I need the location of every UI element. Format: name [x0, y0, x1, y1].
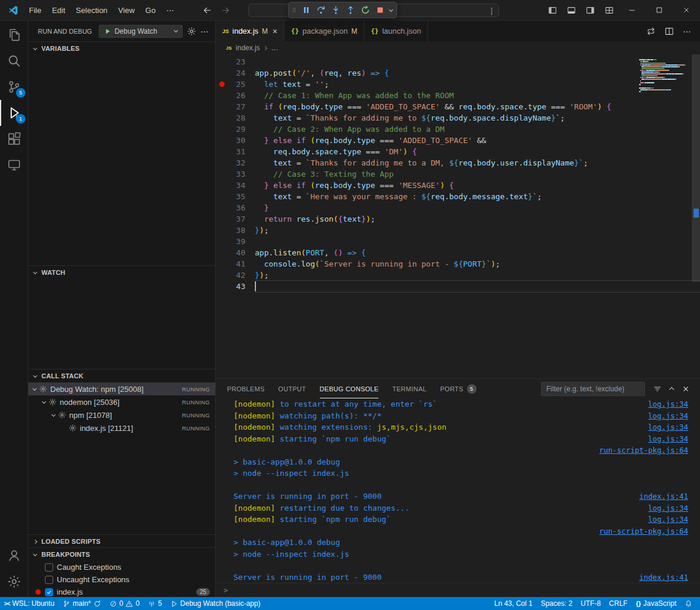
status-git-branch[interactable]: main* [59, 597, 105, 610]
activity-accounts[interactable] [0, 543, 28, 569]
gutter-line[interactable]: 30 [216, 135, 255, 146]
gutter-line[interactable]: 25 [216, 79, 255, 90]
activity-explorer[interactable] [0, 22, 28, 48]
activity-search[interactable] [0, 48, 28, 74]
start-debug-icon[interactable] [104, 28, 111, 35]
gutter-line[interactable]: 35 [216, 191, 255, 202]
drag-handle-icon[interactable] [290, 6, 298, 14]
source-link[interactable]: log.js:34 [648, 434, 688, 443]
split-editor-icon[interactable] [665, 27, 674, 36]
source-link[interactable]: log.js:34 [648, 423, 688, 431]
activity-settings[interactable] [0, 569, 28, 595]
tab-package.json[interactable]: {}package.jsonM [284, 21, 364, 41]
panel-tab-ports[interactable]: PORTS5 [440, 379, 476, 398]
minimap[interactable] [639, 54, 692, 378]
breakpoint-checkbox[interactable] [45, 563, 53, 572]
status-problems[interactable]: 00 [105, 597, 144, 610]
breakpoint-item[interactable]: Caught Exceptions [28, 561, 215, 573]
open-changes-icon[interactable] [646, 27, 656, 36]
expand-chevron-icon[interactable] [33, 386, 37, 390]
restart-button[interactable] [358, 3, 372, 17]
gutter-line[interactable]: 32 [216, 157, 255, 168]
breakpoints-header[interactable]: BREAKPOINTS [28, 548, 215, 561]
tab-launch.json[interactable]: {}launch.json [364, 21, 428, 41]
source-link[interactable]: log.js:34 [648, 411, 688, 420]
source-link[interactable]: run-script-pkg.js:64 [599, 446, 688, 455]
stop-dropdown-chevron-icon[interactable] [390, 9, 393, 11]
maximize-panel-icon[interactable] [669, 387, 674, 392]
go-back-icon[interactable] [203, 6, 212, 15]
gutter-line[interactable]: 26 [216, 90, 255, 101]
maximize-button[interactable] [646, 0, 673, 20]
console-filter-input[interactable] [541, 382, 645, 396]
breakpoint-dot[interactable] [219, 82, 225, 87]
source-link[interactable]: run-script-pkg.js:64 [599, 527, 688, 536]
gutter-line[interactable]: 23 [216, 56, 255, 67]
panel-tab-problems[interactable]: PROBLEMS [227, 379, 265, 398]
gutter-line[interactable]: 24 [216, 67, 255, 79]
gutter-line[interactable]: 33 [216, 168, 255, 180]
editor-more-actions[interactable]: ⋯ [683, 27, 692, 36]
source-link[interactable]: log.js:34 [648, 504, 688, 512]
variables-header[interactable]: VARIABLES [28, 42, 215, 55]
editor-scrollbar[interactable] [692, 54, 700, 378]
console-input[interactable]: > [216, 583, 700, 597]
breadcrumb[interactable]: JS index.js … [216, 41, 700, 54]
close-panel-icon[interactable] [681, 384, 691, 394]
menu-go[interactable]: Go [140, 0, 161, 20]
status-forwarded-ports[interactable]: 5 [144, 597, 166, 610]
breakpoint-checkbox[interactable] [45, 588, 53, 596]
panel-tab-debug-console[interactable]: DEBUG CONSOLE [320, 379, 379, 398]
tab-index.js[interactable]: JSindex.jsM× [216, 21, 284, 41]
breakpoint-item[interactable]: Uncaught Exceptions [28, 573, 215, 586]
gutter-line[interactable]: 41 [216, 258, 255, 270]
menu-edit[interactable]: Edit [47, 0, 70, 20]
activity-remote[interactable] [0, 152, 28, 178]
gutter-line[interactable]: 29 [216, 124, 255, 135]
debug-gear-icon[interactable] [187, 27, 196, 36]
call-stack-item[interactable]: index.js [21121]RUNNING [28, 421, 215, 434]
gutter-line[interactable]: 28 [216, 112, 255, 124]
status-notifications[interactable] [680, 597, 696, 610]
close-button[interactable] [673, 0, 700, 20]
source-link[interactable]: index.js:41 [639, 573, 688, 582]
status-remote-host[interactable]: ><WSL: Ubuntu [0, 597, 59, 610]
debug-config-dropdown[interactable]: Debug Watch [99, 25, 183, 38]
gutter-line[interactable]: 34 [216, 180, 255, 191]
gutter-line[interactable]: 43 [216, 281, 255, 292]
breakpoint-checkbox[interactable] [45, 576, 53, 584]
call-stack-header[interactable]: CALL STACK [28, 369, 215, 382]
status-debug-session[interactable]: Debug Watch (basic-app) [166, 597, 265, 610]
loaded-scripts-header[interactable]: LOADED SCRIPTS [28, 535, 215, 547]
activity-source-control[interactable]: 5 [0, 74, 28, 100]
source-link[interactable]: log.js:34 [648, 515, 688, 524]
status-eol-sequence[interactable]: CRLF [605, 597, 631, 610]
pause-button[interactable] [299, 3, 313, 17]
minimize-button[interactable] [618, 0, 646, 20]
call-stack-item[interactable]: npm [21078]RUNNING [28, 408, 215, 421]
gutter-line[interactable]: 39 [216, 236, 255, 247]
gutter[interactable]: 2324252627282930313233343536373839404142… [216, 54, 255, 378]
gutter-line[interactable]: 31 [216, 146, 255, 157]
activity-extensions[interactable] [0, 126, 28, 152]
menu-file[interactable]: File [24, 0, 47, 20]
status-cursor-position[interactable]: Ln 43, Col 1 [490, 597, 537, 610]
customize-layout-icon[interactable] [605, 6, 614, 15]
gutter-line[interactable]: 40 [216, 247, 255, 258]
step-out-button[interactable] [343, 3, 358, 17]
sidebar-more-actions[interactable]: ⋯ [200, 27, 209, 36]
go-forward-icon[interactable] [221, 6, 230, 15]
stop-button[interactable] [372, 3, 387, 17]
gutter-line[interactable]: 37 [216, 213, 255, 225]
gutter-line[interactable]: 36 [216, 202, 255, 213]
toggle-sidebar-icon[interactable] [548, 6, 557, 15]
code-editor[interactable]: 2324252627282930313233343536373839404142… [216, 54, 700, 378]
gutter-line[interactable]: 27 [216, 101, 255, 112]
breadcrumb-symbol[interactable]: … [271, 44, 278, 52]
menu-selection[interactable]: Selection [70, 0, 112, 20]
call-stack-item[interactable]: Debug Watch: npm [25008]RUNNING [28, 382, 215, 395]
source-link[interactable]: log.js:34 [648, 400, 688, 408]
call-stack-item[interactable]: nodemon [25036]RUNNING [28, 395, 215, 408]
toggle-secondary-sidebar-icon[interactable] [586, 6, 595, 15]
breadcrumb-file[interactable]: index.js [236, 44, 260, 52]
